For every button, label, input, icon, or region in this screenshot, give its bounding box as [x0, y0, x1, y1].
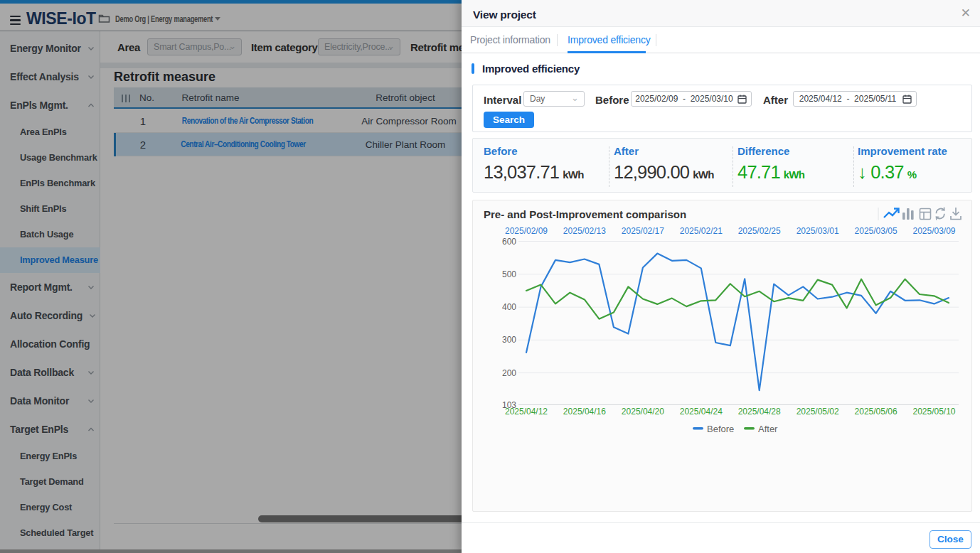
svg-text:2025/05/10: 2025/05/10 [912, 407, 955, 417]
svg-text:2025/05/02: 2025/05/02 [797, 407, 839, 417]
svg-text:2025/02/09: 2025/02/09 [505, 226, 548, 236]
svg-text:2025/02/17: 2025/02/17 [622, 226, 664, 236]
svg-text:2025/04/20: 2025/04/20 [622, 407, 664, 417]
svg-text:Before: Before [707, 424, 734, 434]
svg-text:2025/02/13: 2025/02/13 [563, 226, 606, 236]
svg-text:2025/02/21: 2025/02/21 [680, 226, 723, 236]
svg-text:After: After [758, 424, 778, 434]
svg-text:2025/05/06: 2025/05/06 [855, 407, 898, 417]
svg-text:400: 400 [502, 302, 516, 312]
svg-text:600: 600 [502, 237, 516, 247]
svg-text:2025/04/24: 2025/04/24 [680, 407, 723, 417]
svg-text:300: 300 [502, 335, 516, 345]
svg-text:2025/03/05: 2025/03/05 [855, 226, 898, 236]
svg-text:2025/04/28: 2025/04/28 [738, 407, 781, 417]
svg-text:2025/02/25: 2025/02/25 [738, 226, 781, 236]
svg-text:2025/04/16: 2025/04/16 [563, 407, 606, 417]
svg-text:200: 200 [502, 368, 516, 378]
svg-text:2025/04/12: 2025/04/12 [505, 407, 548, 417]
svg-text:2025/03/01: 2025/03/01 [797, 226, 839, 236]
svg-text:2025/03/09: 2025/03/09 [912, 226, 955, 236]
svg-text:500: 500 [502, 269, 516, 279]
